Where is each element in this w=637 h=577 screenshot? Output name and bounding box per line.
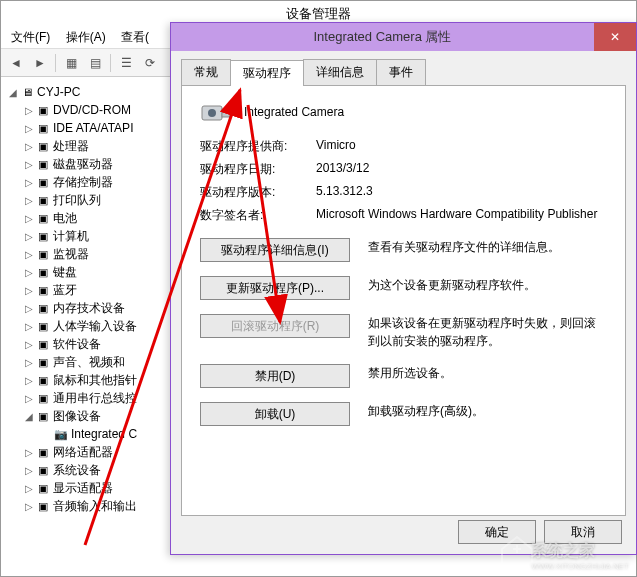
expand-icon: ▷ [23, 195, 35, 206]
device-icon: ▣ [35, 265, 51, 279]
expand-icon: ▷ [23, 483, 35, 494]
tree-root-label: CYJ-PC [37, 85, 80, 99]
disable-button[interactable]: 禁用(D) [200, 364, 350, 388]
provider-value: Vimicro [316, 138, 607, 155]
device-icon: ▣ [35, 445, 51, 459]
tree-item-label: 图像设备 [53, 408, 101, 425]
device-icon: ▣ [35, 355, 51, 369]
device-icon: ▣ [35, 175, 51, 189]
computer-icon: 🖥 [19, 85, 35, 99]
device-icon: ▣ [35, 391, 51, 405]
watermark-url: WWW.XITONGZHIJIA.NET [531, 562, 629, 571]
action-row-update: 更新驱动程序(P)... 为这个设备更新驱动程序软件。 [200, 276, 607, 300]
version-label: 驱动程序版本: [200, 184, 316, 201]
tb-icon[interactable]: ⟳ [139, 52, 161, 74]
expand-icon: ▷ [23, 285, 35, 296]
device-icon: ▣ [35, 499, 51, 513]
tree-item-label: 处理器 [53, 138, 89, 155]
watermark-text: 系统之家 WWW.XITONGZHIJIA.NET [531, 541, 629, 571]
tab-details[interactable]: 详细信息 [303, 59, 377, 85]
signer-label: 数字签名者: [200, 207, 316, 224]
back-button[interactable]: ◄ [5, 52, 27, 74]
expand-icon: ▷ [23, 303, 35, 314]
device-icon: ▣ [35, 193, 51, 207]
expand-icon: ▷ [23, 321, 35, 332]
tree-item-label: 监视器 [53, 246, 89, 263]
device-icon: ▣ [35, 211, 51, 225]
tab-general[interactable]: 常规 [181, 59, 231, 85]
device-icon: ▣ [35, 103, 51, 117]
version-value: 5.13.312.3 [316, 184, 607, 201]
action-row-uninstall: 卸载(U) 卸载驱动程序(高级)。 [200, 402, 607, 426]
tb-icon[interactable]: ▦ [60, 52, 82, 74]
tab-strip: 常规 驱动程序 详细信息 事件 [181, 59, 626, 86]
tb-icon[interactable]: ☰ [115, 52, 137, 74]
toolbar-separator [55, 54, 56, 72]
expand-icon: ▷ [23, 393, 35, 404]
tab-events[interactable]: 事件 [376, 59, 426, 85]
tree-item-label: 声音、视频和 [53, 354, 125, 371]
tree-item-label: 显示适配器 [53, 480, 113, 497]
update-driver-button[interactable]: 更新驱动程序(P)... [200, 276, 350, 300]
tree-item-label: 磁盘驱动器 [53, 156, 113, 173]
device-name: Integrated Camera [244, 105, 344, 119]
tree-item-label: 人体学输入设备 [53, 318, 137, 335]
props-title: Integrated Camera 属性 [171, 28, 594, 46]
camera-icon: 📷 [53, 427, 69, 441]
tree-item-label: Integrated C [71, 427, 137, 441]
device-icon: ▣ [35, 301, 51, 315]
action-row-rollback: 回滚驱动程序(R) 如果该设备在更新驱动程序时失败，则回滚到以前安装的驱动程序。 [200, 314, 607, 350]
toolbar-separator [110, 54, 111, 72]
expand-icon: ◢ [7, 87, 19, 98]
expand-icon: ▷ [23, 177, 35, 188]
rollback-driver-button[interactable]: 回滚驱动程序(R) [200, 314, 350, 338]
forward-button[interactable]: ► [29, 52, 51, 74]
tree-item-label: 音频输入和输出 [53, 498, 137, 515]
tab-content: Integrated Camera 驱动程序提供商: Vimicro 驱动程序日… [181, 86, 626, 516]
info-row-signer: 数字签名者: Microsoft Windows Hardware Compat… [200, 207, 607, 224]
expand-icon: ▷ [23, 249, 35, 260]
expand-icon: ▷ [23, 465, 35, 476]
menu-file[interactable]: 文件(F) [5, 27, 56, 48]
expand-icon: ▷ [23, 375, 35, 386]
uninstall-button[interactable]: 卸载(U) [200, 402, 350, 426]
watermark-name: 系统之家 [531, 541, 629, 562]
device-icon: ▣ [35, 139, 51, 153]
menu-view[interactable]: 查看( [115, 27, 155, 48]
menu-action[interactable]: 操作(A) [60, 27, 112, 48]
expand-icon: ▷ [23, 339, 35, 350]
info-row-version: 驱动程序版本: 5.13.312.3 [200, 184, 607, 201]
tree-item-label: 通用串行总线控 [53, 390, 137, 407]
close-button[interactable]: ✕ [594, 23, 636, 51]
tree-item-label: 软件设备 [53, 336, 101, 353]
expand-icon: ▷ [23, 159, 35, 170]
device-header: Integrated Camera [200, 100, 607, 124]
rollback-driver-desc: 如果该设备在更新驱动程序时失败，则回滚到以前安装的驱动程序。 [368, 314, 607, 350]
expand-icon: ▷ [23, 123, 35, 134]
props-titlebar: Integrated Camera 属性 ✕ [171, 23, 636, 51]
tab-driver[interactable]: 驱动程序 [230, 60, 304, 86]
driver-details-button[interactable]: 驱动程序详细信息(I) [200, 238, 350, 262]
disable-desc: 禁用所选设备。 [368, 364, 607, 382]
info-row-date: 驱动程序日期: 2013/3/12 [200, 161, 607, 178]
uninstall-desc: 卸载驱动程序(高级)。 [368, 402, 607, 420]
expand-icon: ▷ [23, 267, 35, 278]
tb-icon[interactable]: ▤ [84, 52, 106, 74]
expand-icon: ▷ [23, 447, 35, 458]
date-label: 驱动程序日期: [200, 161, 316, 178]
tree-item-label: 电池 [53, 210, 77, 227]
device-icon: ▣ [35, 121, 51, 135]
action-row-details: 驱动程序详细信息(I) 查看有关驱动程序文件的详细信息。 [200, 238, 607, 262]
device-icon: ▣ [35, 319, 51, 333]
device-icon: ▣ [35, 463, 51, 477]
props-body: 常规 驱动程序 详细信息 事件 Integrated Camera 驱动程序提供… [171, 51, 636, 554]
svg-point-1 [208, 109, 216, 117]
provider-label: 驱动程序提供商: [200, 138, 316, 155]
tree-item-label: IDE ATA/ATAPI [53, 121, 133, 135]
device-icon: ▣ [35, 373, 51, 387]
close-icon: ✕ [610, 30, 620, 44]
device-icon: ▣ [35, 481, 51, 495]
tree-item-label: 内存技术设备 [53, 300, 125, 317]
svg-rect-2 [222, 109, 230, 117]
device-icon: ▣ [35, 157, 51, 171]
